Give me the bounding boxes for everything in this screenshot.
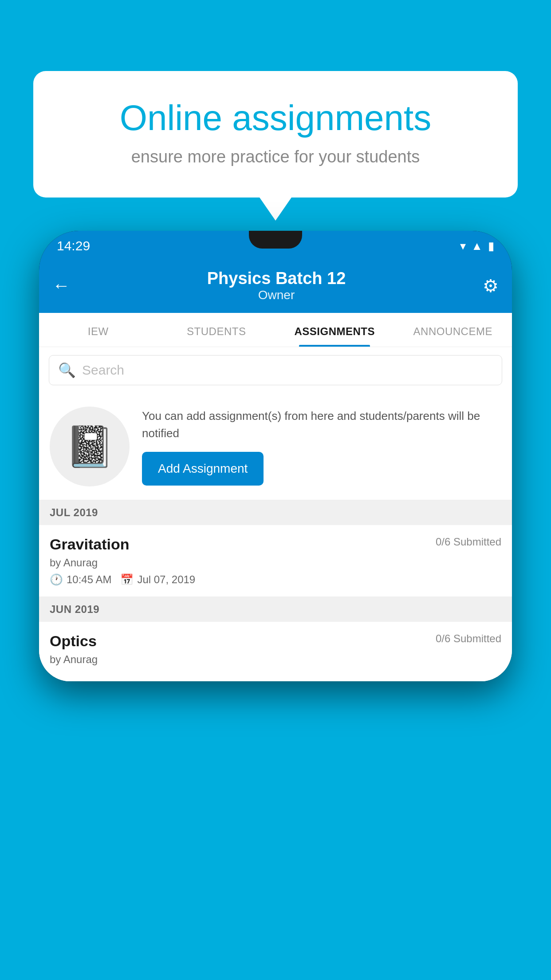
app-header: ← Physics Batch 12 Owner ⚙: [39, 261, 512, 313]
battery-icon: ▮: [488, 239, 494, 253]
calendar-icon: 📅: [120, 573, 134, 586]
assignment-date-gravitation: 📅 Jul 07, 2019: [120, 573, 195, 586]
tab-iew[interactable]: IEW: [39, 313, 157, 347]
time-value-gravitation: 10:45 AM: [67, 573, 111, 586]
assignment-author-gravitation: by Anurag: [50, 557, 501, 569]
date-value-gravitation: Jul 07, 2019: [137, 573, 195, 586]
assignment-author-optics: by Anurag: [50, 653, 501, 666]
section-header-jun: JUN 2019: [39, 597, 512, 622]
tabs-bar: IEW STUDENTS ASSIGNMENTS ANNOUNCEME: [39, 313, 512, 347]
assignment-submitted-gravitation: 0/6 Submitted: [436, 536, 501, 548]
app-content: 🔍 Search 📓 You can add assignment(s) fro…: [39, 347, 512, 681]
notebook-icon: 📓: [65, 423, 114, 470]
assignment-name-optics: Optics: [50, 632, 97, 650]
promo-icon-circle: 📓: [50, 407, 130, 486]
speech-bubble-container: Online assignments ensure more practice …: [33, 71, 518, 198]
promo-section: 📓 You can add assignment(s) from here an…: [39, 393, 512, 500]
tab-students[interactable]: STUDENTS: [157, 313, 276, 347]
search-bar[interactable]: 🔍 Search: [49, 355, 502, 385]
assignment-name-gravitation: Gravitation: [50, 536, 129, 553]
header-center: Physics Batch 12 Owner: [207, 269, 346, 302]
wifi-icon: ▾: [460, 239, 466, 253]
assignment-top-optics: Optics 0/6 Submitted: [50, 632, 501, 650]
section-header-jul: JUL 2019: [39, 500, 512, 525]
promo-right: You can add assignment(s) from here and …: [142, 407, 501, 486]
phone-frame: 14:29 ▾ ▲ ▮ ← Physics Batch 12 Owner ⚙ I…: [39, 231, 512, 681]
search-placeholder: Search: [82, 363, 124, 378]
assignment-top: Gravitation 0/6 Submitted: [50, 536, 501, 553]
clock-icon: 🕐: [50, 573, 63, 586]
back-button[interactable]: ←: [52, 276, 70, 296]
signal-icon: ▲: [471, 239, 483, 253]
phone-container: 14:29 ▾ ▲ ▮ ← Physics Batch 12 Owner ⚙ I…: [39, 231, 512, 980]
add-assignment-button[interactable]: Add Assignment: [142, 452, 264, 486]
assignment-item-optics[interactable]: Optics 0/6 Submitted by Anurag: [39, 622, 512, 681]
notch: [249, 231, 302, 249]
status-icons: ▾ ▲ ▮: [460, 239, 494, 253]
header-subtitle: Owner: [207, 288, 346, 302]
assignment-time-gravitation: 🕐 10:45 AM: [50, 573, 111, 586]
settings-icon[interactable]: ⚙: [483, 276, 499, 296]
status-time: 14:29: [57, 238, 90, 253]
header-title: Physics Batch 12: [207, 269, 346, 288]
promo-description: You can add assignment(s) from here and …: [142, 407, 501, 442]
speech-bubble: Online assignments ensure more practice …: [33, 71, 518, 198]
speech-bubble-title: Online assignments: [64, 98, 487, 138]
search-bar-container: 🔍 Search: [39, 347, 512, 393]
assignment-item-gravitation[interactable]: Gravitation 0/6 Submitted by Anurag 🕐 10…: [39, 525, 512, 597]
tab-assignments[interactable]: ASSIGNMENTS: [276, 313, 394, 347]
tab-announcements[interactable]: ANNOUNCEME: [394, 313, 512, 347]
search-icon: 🔍: [58, 362, 76, 379]
assignment-meta-gravitation: 🕐 10:45 AM 📅 Jul 07, 2019: [50, 573, 501, 586]
assignment-submitted-optics: 0/6 Submitted: [436, 632, 501, 645]
speech-bubble-subtitle: ensure more practice for your students: [64, 147, 487, 166]
